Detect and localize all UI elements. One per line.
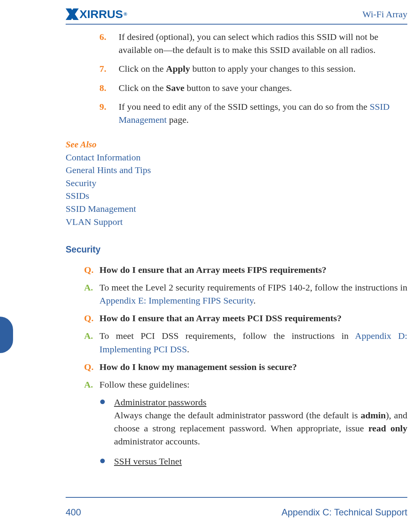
q-label: Q. bbox=[84, 263, 99, 276]
answer-row: A.To meet the Level 2 security requireme… bbox=[84, 281, 407, 307]
bullet-item: Administrator passwordsAlways change the… bbox=[100, 396, 407, 448]
q-label: Q. bbox=[84, 312, 99, 325]
step-text: Click on the Apply button to apply your … bbox=[119, 63, 407, 76]
footer-section: Appendix C: Technical Support bbox=[281, 507, 407, 518]
bullet-dot-wrap bbox=[100, 396, 114, 448]
text: Always change the default administrator … bbox=[114, 410, 361, 420]
see-also-link[interactable]: SSID Management bbox=[66, 203, 407, 216]
bullet-icon bbox=[100, 459, 105, 463]
q-label: Q. bbox=[84, 360, 99, 373]
bullet-body: Administrator passwordsAlways change the… bbox=[114, 396, 407, 448]
text: To meet the Level 2 security requirement… bbox=[99, 282, 407, 292]
step-number: 6. bbox=[91, 31, 112, 56]
question-row: Q.How do I ensure that an Array meets FI… bbox=[84, 263, 407, 276]
text: Apply bbox=[166, 64, 190, 74]
see-also-block: See Also Contact InformationGeneral Hint… bbox=[66, 140, 407, 229]
question-row: Q.How do I know my management session is… bbox=[84, 360, 407, 373]
text: How do I ensure that an Array meets PCI … bbox=[99, 313, 342, 323]
answer-row: A.Follow these guidelines: bbox=[84, 378, 407, 391]
page-header: XIRRUS® Wi-Fi Array bbox=[66, 5, 407, 25]
text: If desired (optional), you can select wh… bbox=[119, 32, 379, 55]
text: If you need to edit any of the SSID sett… bbox=[119, 102, 370, 112]
qa-block: Q.How do I ensure that an Array meets FI… bbox=[84, 263, 407, 468]
step-item: 9.If you need to edit any of the SSID se… bbox=[66, 101, 407, 126]
section-heading-security: Security bbox=[66, 244, 407, 255]
bullet-title: SSH versus Telnet bbox=[114, 455, 407, 468]
step-item: 8.Click on the Save button to save your … bbox=[66, 82, 407, 95]
logo: XIRRUS® bbox=[66, 8, 127, 21]
step-number: 9. bbox=[91, 101, 112, 126]
question-text: How do I know my management session is s… bbox=[99, 360, 407, 373]
question-text: How do I ensure that an Array meets PCI … bbox=[99, 312, 407, 325]
text: admin bbox=[361, 410, 386, 420]
text: How do I ensure that an Array meets FIPS… bbox=[99, 265, 326, 275]
bullet-icon bbox=[100, 400, 105, 404]
see-also-link[interactable]: General Hints and Tips bbox=[66, 164, 407, 177]
document-title: Wi-Fi Array bbox=[362, 9, 407, 20]
bullet-dot-wrap bbox=[100, 455, 114, 468]
answer-text: To meet the Level 2 security requirement… bbox=[99, 281, 407, 307]
text: To meet PCI DSS requirements, follow the… bbox=[99, 331, 355, 341]
see-also-link[interactable]: Contact Information bbox=[66, 151, 407, 164]
page-content: 6.If desired (optional), you can select … bbox=[66, 31, 407, 494]
a-label: A. bbox=[84, 281, 99, 307]
a-label: A. bbox=[84, 378, 99, 391]
question-row: Q.How do I ensure that an Array meets PC… bbox=[84, 312, 407, 325]
text: button to apply your changes to this ses… bbox=[190, 64, 356, 74]
text: Follow these guidelines: bbox=[99, 380, 190, 390]
a-label: A. bbox=[84, 329, 99, 355]
text: . bbox=[253, 296, 256, 305]
step-item: 6.If desired (optional), you can select … bbox=[66, 31, 407, 56]
text: page. bbox=[167, 115, 189, 125]
logo-reg: ® bbox=[123, 12, 127, 17]
logo-text: XIRRUS bbox=[79, 8, 123, 21]
bullet-body: SSH versus Telnet bbox=[114, 455, 407, 468]
text: How do I know my management session is s… bbox=[99, 362, 297, 372]
page-footer: 400 Appendix C: Technical Support bbox=[66, 497, 407, 518]
step-number: 7. bbox=[91, 63, 112, 76]
logo-icon bbox=[66, 8, 79, 20]
step-item: 7.Click on the Apply button to apply you… bbox=[66, 63, 407, 76]
answer-text: Follow these guidelines: bbox=[99, 378, 407, 391]
see-also-link[interactable]: VLAN Support bbox=[66, 216, 407, 229]
text: Click on the bbox=[119, 83, 166, 93]
text: administrator accounts. bbox=[114, 436, 200, 446]
guideline-bullets: Administrator passwordsAlways change the… bbox=[100, 396, 407, 468]
step-text: If you need to edit any of the SSID sett… bbox=[119, 101, 407, 126]
see-also-title: See Also bbox=[66, 140, 407, 150]
text: read only bbox=[368, 423, 407, 433]
answer-row: A.To meet PCI DSS requirements, follow t… bbox=[84, 329, 407, 355]
text: Click on the bbox=[119, 64, 166, 74]
bullet-item: SSH versus Telnet bbox=[100, 455, 407, 468]
bullet-text: Always change the default administrator … bbox=[114, 409, 407, 448]
text: . bbox=[187, 344, 189, 354]
link-text[interactable]: Appendix E: Implementing FIPS Security bbox=[99, 296, 253, 305]
thumb-tab bbox=[0, 317, 13, 353]
bullet-title: Administrator passwords bbox=[114, 396, 407, 409]
page-number: 400 bbox=[66, 507, 81, 518]
numbered-steps: 6.If desired (optional), you can select … bbox=[66, 31, 407, 127]
step-text: Click on the Save button to save your ch… bbox=[119, 82, 407, 95]
see-also-link[interactable]: SSIDs bbox=[66, 190, 407, 203]
answer-text: To meet PCI DSS requirements, follow the… bbox=[99, 329, 407, 355]
step-number: 8. bbox=[91, 82, 112, 95]
see-also-link[interactable]: Security bbox=[66, 177, 407, 190]
step-text: If desired (optional), you can select wh… bbox=[119, 31, 407, 56]
question-text: How do I ensure that an Array meets FIPS… bbox=[99, 263, 407, 276]
text: button to save your changes. bbox=[184, 83, 292, 93]
text: Save bbox=[166, 83, 184, 93]
